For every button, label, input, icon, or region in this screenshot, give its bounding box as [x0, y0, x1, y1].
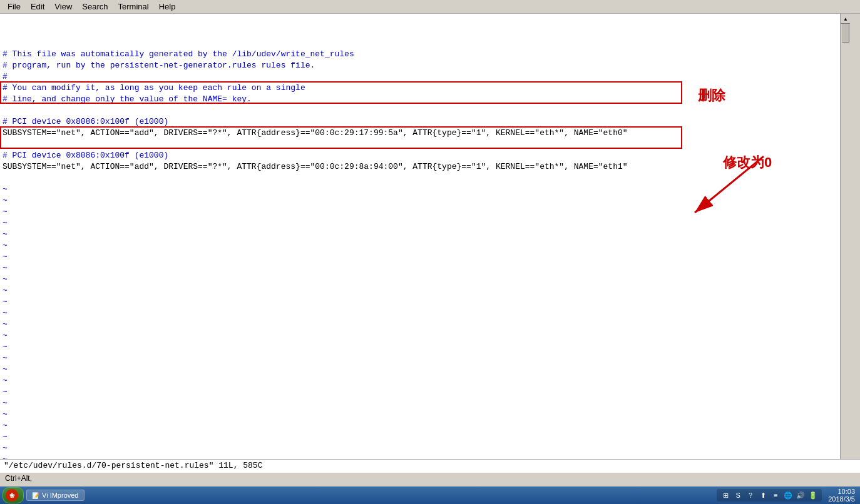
editor-line — [3, 139, 837, 150]
clock-date: 2018/3/5 — [828, 495, 855, 503]
tray-icon-battery: 🔋 — [808, 490, 818, 500]
keyboard-shortcut-bar: Ctrl+Alt, — [0, 473, 37, 486]
editor-line: ~ — [3, 229, 837, 240]
editor-line: SUBSYSTEM=="net", ACTION=="add", DRIVERS… — [3, 161, 837, 173]
scroll-up-btn[interactable]: ▲ — [841, 14, 850, 24]
editor-line: ~ — [3, 296, 837, 308]
editor-line: ~ — [3, 195, 837, 206]
menu-help[interactable]: Help — [154, 1, 181, 13]
scrollbar[interactable]: ▲ ▼ — [840, 14, 850, 473]
taskbar-left: ❀ 📝 Vi IMproved — [3, 487, 84, 503]
system-tray: ⊞ S ? ⬆ ≡ 🌐 🔊 🔋 — [717, 489, 822, 501]
taskbar-right: ⊞ S ? ⬆ ≡ 🌐 🔊 🔋 10:03 2018/3/5 — [717, 488, 857, 503]
clock: 10:03 2018/3/5 — [826, 488, 857, 503]
editor-line — [3, 173, 837, 184]
start-icon: ❀ — [6, 489, 18, 501]
menu-edit[interactable]: Edit — [26, 1, 49, 13]
editor-line: ~ — [3, 386, 837, 398]
editor-line: # PCI device 0x8086:0x100f (e1000) — [3, 116, 837, 128]
taskbar-app-label: Vi IMproved — [42, 491, 79, 499]
editor-line: ~ — [3, 364, 837, 375]
editor-line: # program, run by the persistent-net-gen… — [3, 60, 837, 71]
status-bar: "/etc/udev/rules.d/70-persistent-net.rul… — [0, 459, 860, 473]
editor-line: # You can modify it, as long as you keep… — [3, 83, 837, 94]
editor-line: ~ — [3, 263, 837, 274]
editor-line: ~ — [3, 375, 837, 386]
editor-area[interactable]: # This file was automatically generated … — [0, 14, 850, 473]
editor-line: ~ — [3, 319, 837, 330]
menu-terminal[interactable]: Terminal — [113, 1, 154, 13]
scroll-thumb[interactable] — [842, 24, 849, 43]
tray-icon-5: ≡ — [770, 490, 781, 500]
editor-line: # line, and change only the value of the… — [3, 94, 837, 105]
status-text: "/etc/udev/rules.d/70-persistent-net.rul… — [4, 461, 262, 470]
editor-line: ~ — [3, 443, 837, 454]
keyboard-shortcut-text: Ctrl+Alt, — [5, 474, 32, 483]
start-button[interactable]: ❀ — [3, 487, 24, 503]
editor-line: ~ — [3, 240, 837, 251]
editor-line: ~ — [3, 409, 837, 420]
vim-icon: 📝 — [32, 492, 39, 499]
editor-line: ~ — [3, 308, 837, 319]
editor-line: # PCI device 0x8086:0x100f (e1000) — [3, 150, 837, 161]
taskbar-app-vim[interactable]: 📝 Vi IMproved — [26, 490, 84, 501]
editor-content[interactable]: # This file was automatically generated … — [0, 14, 840, 473]
menu-view[interactable]: View — [49, 1, 77, 13]
tray-icon-4: ⬆ — [758, 490, 768, 500]
editor-line: ~ — [3, 206, 837, 218]
menu-file[interactable]: File — [3, 1, 26, 13]
editor-line: # This file was automatically generated … — [3, 49, 837, 60]
editor-line: ~ — [3, 431, 837, 443]
clock-time: 10:03 — [828, 488, 855, 495]
editor-line: ~ — [3, 218, 837, 229]
menu-bar: File Edit View Search Terminal Help — [0, 0, 860, 14]
editor-line: ~ — [3, 420, 837, 431]
editor-line: ~ — [3, 274, 837, 285]
menu-search[interactable]: Search — [77, 1, 113, 13]
editor-line: SUBSYSTEM=="net", ACTION=="add", DRIVERS… — [3, 128, 837, 139]
tray-icon-2: S — [733, 490, 743, 500]
editor-line: ~ — [3, 184, 837, 195]
editor-line: ~ — [3, 353, 837, 364]
editor-line: ~ — [3, 285, 837, 296]
tray-icon-network: 🌐 — [783, 490, 793, 500]
editor-line: ~ — [3, 341, 837, 353]
editor-line: ~ — [3, 398, 837, 409]
editor-line: ~ — [3, 251, 837, 263]
tray-icon-volume: 🔊 — [796, 490, 806, 500]
taskbar: ❀ 📝 Vi IMproved ⊞ S ? ⬆ ≡ 🌐 🔊 🔋 10:03 20… — [0, 486, 860, 504]
editor-line: # — [3, 71, 837, 83]
editor-line — [3, 105, 837, 116]
editor-line: ~ — [3, 330, 837, 341]
tray-icon-1: ⊞ — [720, 490, 730, 500]
tray-icon-3: ? — [745, 490, 755, 500]
